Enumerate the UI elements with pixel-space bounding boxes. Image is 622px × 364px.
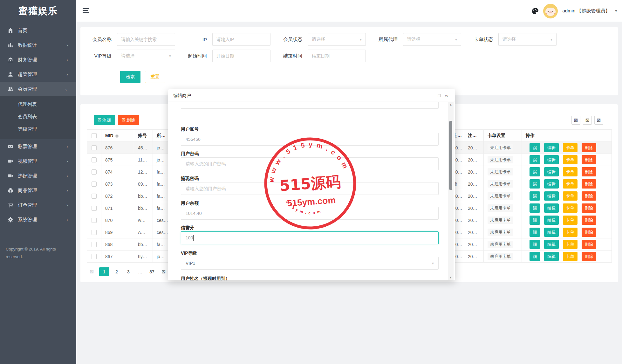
credit-score-input[interactable]: 100 (181, 231, 439, 244)
card-status-select[interactable]: 请选择 ▼ (498, 33, 557, 46)
sidebar-item-finance[interactable]: 财务管理 › (0, 52, 76, 67)
row-delete-button[interactable]: 删除 (582, 143, 596, 152)
kick-button[interactable]: 踢 (530, 143, 540, 152)
edit-button[interactable]: 编辑 (544, 240, 559, 249)
prev-page-icon[interactable]: ☒ (87, 267, 96, 276)
card-button[interactable]: 卡单 (563, 252, 578, 261)
card-button[interactable]: 卡单 (563, 203, 578, 213)
sidebar-item-orders[interactable]: 订单管理 › (0, 198, 76, 212)
row-checkbox[interactable] (92, 218, 97, 223)
sidebar-item-member-list[interactable]: 会员列表 (0, 111, 76, 123)
row-delete-button[interactable]: 删除 (582, 240, 596, 249)
menu-toggle-icon[interactable] (83, 8, 90, 13)
row-checkbox[interactable] (92, 254, 97, 259)
withdraw-password-input[interactable] (181, 182, 438, 195)
row-checkbox[interactable] (92, 169, 97, 175)
sort-icon[interactable] (115, 134, 119, 138)
username-label[interactable]: admin 【超级管理员】 (562, 8, 610, 14)
card-button[interactable]: 卡单 (563, 216, 578, 225)
row-delete-button[interactable]: 删除 (582, 216, 596, 225)
modal-scrollbar[interactable]: ▲ ▼ (448, 102, 454, 280)
select-all-checkbox[interactable] (92, 133, 97, 138)
table-print-icon[interactable]: ☒ (594, 116, 603, 125)
kick-button[interactable]: 踢 (530, 179, 540, 189)
password-input[interactable] (181, 158, 438, 170)
vip-level-select[interactable]: VIP1 ▼ (181, 257, 439, 270)
sidebar-item-goods[interactable]: 商品管理 › (0, 183, 76, 198)
user-menu-caret-icon[interactable]: ▾ (615, 9, 617, 13)
minimize-icon[interactable]: — (429, 93, 434, 98)
kick-button[interactable]: 踢 (530, 155, 540, 164)
kick-button[interactable]: 踢 (530, 167, 540, 176)
card-button[interactable]: 卡单 (563, 191, 578, 201)
row-delete-button[interactable]: 删除 (582, 179, 596, 189)
scroll-down-icon[interactable]: ▼ (448, 276, 454, 279)
reset-button[interactable]: 重置 (145, 71, 165, 83)
sidebar-item-level-mgmt[interactable]: 等级管理 (0, 123, 76, 135)
row-delete-button[interactable]: 删除 (582, 155, 596, 164)
delete-button[interactable]: ☒删除 (118, 115, 139, 125)
card-button[interactable]: 卡单 (563, 179, 578, 189)
edit-button[interactable]: 编辑 (544, 191, 559, 201)
card-button[interactable]: 卡单 (563, 155, 578, 164)
row-delete-button[interactable]: 删除 (582, 167, 596, 176)
agent-select[interactable]: 请选择 ▼ (403, 33, 461, 46)
add-button[interactable]: ☒添加 (94, 115, 115, 125)
row-checkbox[interactable] (92, 157, 97, 162)
start-date-input[interactable] (213, 50, 270, 62)
ip-input[interactable] (213, 33, 270, 45)
kick-button[interactable]: 踢 (530, 216, 540, 225)
cutoff-input[interactable] (181, 102, 439, 109)
row-delete-button[interactable]: 删除 (582, 252, 596, 261)
table-export-icon[interactable]: ☒ (583, 116, 592, 125)
sidebar-item-system[interactable]: 系统管理 › (0, 212, 76, 227)
next-page-icon[interactable]: ☒ (159, 267, 168, 276)
edit-button[interactable]: 编辑 (544, 228, 559, 237)
sidebar-item-home[interactable]: 首页 (0, 23, 76, 38)
page-3[interactable]: 3 (124, 267, 133, 276)
kick-button[interactable]: 踢 (530, 203, 540, 213)
scroll-up-icon[interactable]: ▲ (448, 103, 454, 106)
edit-button[interactable]: 编辑 (544, 167, 559, 176)
row-checkbox[interactable] (92, 230, 97, 235)
row-checkbox[interactable] (92, 145, 97, 150)
card-button[interactable]: 卡单 (563, 167, 578, 176)
kick-button[interactable]: 踢 (530, 191, 540, 201)
row-delete-button[interactable]: 删除 (582, 203, 596, 213)
search-button[interactable]: 检索 (120, 71, 140, 83)
maximize-icon[interactable]: □ (438, 93, 441, 98)
row-checkbox[interactable] (92, 194, 97, 199)
card-button[interactable]: 卡单 (563, 240, 578, 249)
edit-button[interactable]: 编辑 (544, 155, 559, 164)
edit-button[interactable]: 编辑 (544, 203, 559, 213)
edit-button[interactable]: 编辑 (544, 179, 559, 189)
edit-button[interactable]: 编辑 (544, 143, 559, 152)
edit-button[interactable]: 编辑 (544, 216, 559, 225)
member-name-input[interactable] (117, 33, 175, 45)
member-status-select[interactable]: 请选择 ▼ (308, 33, 366, 46)
page-2[interactable]: 2 (112, 267, 121, 276)
edit-button[interactable]: 编辑 (544, 252, 559, 261)
sidebar-item-members[interactable]: 会员管理 ⌄ (0, 82, 76, 96)
row-delete-button[interactable]: 删除 (582, 191, 596, 201)
kick-button[interactable]: 踢 (530, 240, 540, 249)
sidebar-item-xuanfei[interactable]: 选妃管理 › (0, 168, 76, 183)
vip-level-select[interactable]: 请选择 ▼ (117, 50, 175, 62)
kick-button[interactable]: 踢 (530, 252, 540, 261)
row-checkbox[interactable] (92, 206, 97, 211)
table-filter-icon[interactable]: ☒ (571, 116, 580, 125)
card-button[interactable]: 卡单 (563, 228, 578, 237)
row-delete-button[interactable]: 删除 (582, 228, 596, 237)
end-date-input[interactable] (308, 50, 366, 62)
sidebar-item-lottery[interactable]: 彩票管理 › (0, 139, 76, 154)
sidebar-item-video[interactable]: 视频管理 › (0, 154, 76, 168)
page-last[interactable]: 87 (147, 267, 156, 276)
page-1[interactable]: 1 (99, 267, 109, 276)
theme-palette-icon[interactable] (532, 8, 539, 15)
sidebar-item-stats[interactable]: 数据统计 › (0, 38, 76, 52)
close-icon[interactable]: ∞ (445, 93, 448, 98)
card-button[interactable]: 卡单 (563, 143, 578, 152)
row-checkbox[interactable] (92, 242, 97, 247)
sidebar-item-agent-list[interactable]: 代理列表 (0, 98, 76, 111)
account-input[interactable] (181, 133, 438, 145)
